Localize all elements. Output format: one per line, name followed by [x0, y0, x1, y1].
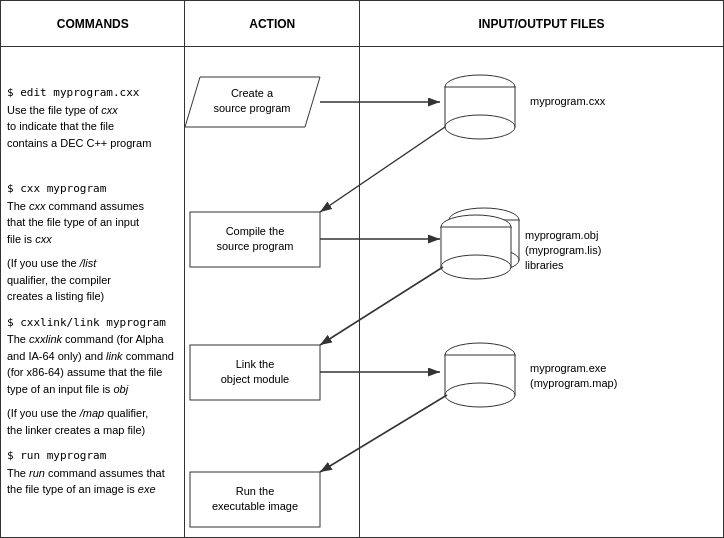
commands-column: COMMANDS $ edit myprogram.cxx Use the fi…: [1, 1, 185, 537]
cmd3-desc3: (for x86-64) assume that the file: [7, 364, 178, 381]
cmd2-desc1: The cxx command assumes: [7, 198, 178, 215]
action-box-3-label1: Link the: [236, 358, 275, 370]
action-box-4-label2: executable image: [212, 500, 298, 512]
main-diagram: COMMANDS $ edit myprogram.cxx Use the fi…: [0, 0, 724, 538]
cmd3-line1: $ cxxlink/link myprogram: [7, 315, 178, 332]
cmd3-italic3: obj: [113, 383, 128, 395]
cmd3-desc4: type of an input file is obj: [7, 381, 178, 398]
cmd3-italic2: link: [106, 350, 123, 362]
cmd4-line1: $ run myprogram: [7, 448, 178, 465]
command-block-3: $ cxxlink/link myprogram The cxxlink com…: [7, 315, 178, 439]
cmd2-italic1: cxx: [29, 200, 46, 212]
action-box-3-shape: [190, 345, 320, 400]
cmd4-italic2: exe: [138, 483, 156, 495]
cmd4-italic1: run: [29, 467, 45, 479]
command-block-4: $ run myprogram The run command assumes …: [7, 448, 178, 498]
action-box-4-label1: Run the: [236, 485, 275, 497]
commands-body: $ edit myprogram.cxx Use the file type o…: [1, 47, 184, 537]
command-block-1: $ edit myprogram.cxx Use the file type o…: [7, 85, 178, 151]
cmd1-line1: $ edit myprogram.cxx: [7, 85, 178, 102]
cmd2-note2: qualifier, the compiler: [7, 272, 178, 289]
cmd3-desc1: The cxxlink command (for Alpha: [7, 331, 178, 348]
cmd2-note3: creates a listing file): [7, 288, 178, 305]
command-block-2: $ cxx myprogram The cxx command assumes …: [7, 181, 178, 305]
cmd2-desc3: file is cxx: [7, 231, 178, 248]
cmd3-italic4: /map: [80, 407, 104, 419]
action-box-1-label2: source program: [214, 102, 291, 114]
action-box-2-shape: [190, 212, 320, 267]
files-column: INPUT/OUTPUT FILES: [360, 1, 723, 537]
cmd2-desc2: that the file type of an input: [7, 214, 178, 231]
cmd1-desc: Use the file type of cxx: [7, 102, 178, 119]
action-column: ACTION Create a source program Compile t…: [185, 1, 360, 537]
action-body: Create a source program Compile the sour…: [185, 47, 359, 537]
cmd1-italic: cxx: [101, 104, 118, 116]
cmd2-italic3: /list: [80, 257, 97, 269]
action-box-4-shape: [190, 472, 320, 527]
files-body: [360, 47, 723, 537]
cmd3-note1: (If you use the /map qualifier,: [7, 405, 178, 422]
action-box-1-label1: Create a: [231, 87, 274, 99]
cmd4-desc2: the file type of an image is exe: [7, 481, 178, 498]
cmd1-desc3: contains a DEC C++ program: [7, 135, 178, 152]
cmd2-line1: $ cxx myprogram: [7, 181, 178, 198]
action-box-1-shape: [185, 77, 320, 127]
action-box-3-label2: object module: [221, 373, 290, 385]
cmd3-note2: the linker creates a map file): [7, 422, 178, 439]
action-box-2-label1: Compile the: [226, 225, 285, 237]
cmd2-italic2: cxx: [35, 233, 52, 245]
files-header: INPUT/OUTPUT FILES: [360, 1, 723, 47]
cmd1-desc2: to indicate that the file: [7, 118, 178, 135]
cmd2-note: (If you use the /list: [7, 255, 178, 272]
cmd4-desc1: The run command assumes that: [7, 465, 178, 482]
cmd3-desc2: and IA-64 only) and link command: [7, 348, 178, 365]
commands-header: COMMANDS: [1, 1, 184, 47]
cmd3-italic1: cxxlink: [29, 333, 62, 345]
action-box-2-label2: source program: [217, 240, 294, 252]
action-header: ACTION: [185, 1, 359, 47]
